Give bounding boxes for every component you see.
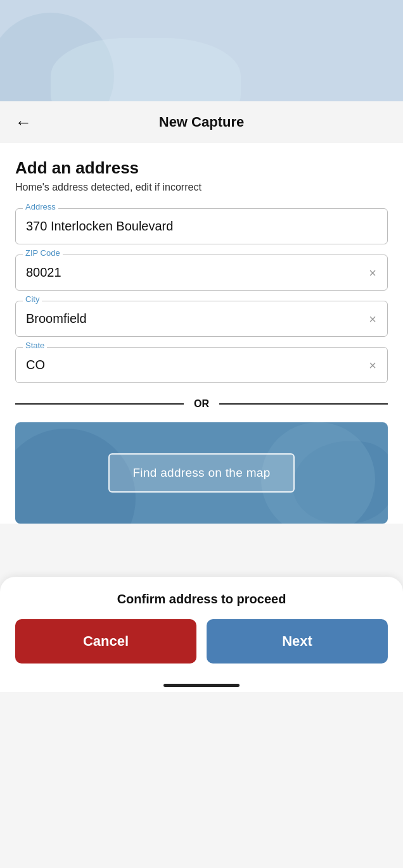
main-content: Add an address Home's address detected, … xyxy=(0,143,403,524)
find-address-on-map-button[interactable]: Find address on the map xyxy=(108,453,294,493)
or-line-left xyxy=(15,403,184,405)
address-input-container xyxy=(15,208,388,244)
map-blob xyxy=(293,441,388,524)
city-label: City xyxy=(23,294,42,304)
top-map-background xyxy=(0,0,403,101)
zip-input-container xyxy=(15,255,388,291)
section-title: Add an address xyxy=(15,158,388,178)
or-text: OR xyxy=(184,398,219,410)
cancel-button[interactable]: Cancel xyxy=(15,619,196,664)
section-subtitle: Home's address detected, edit if incorre… xyxy=(15,182,388,193)
city-input[interactable] xyxy=(26,311,357,326)
next-button[interactable]: Next xyxy=(207,619,388,664)
address-field-wrapper: Address xyxy=(15,208,388,244)
address-label: Address xyxy=(23,202,58,211)
bottom-confirmation-area: Confirm address to proceed Cancel Next xyxy=(0,577,403,674)
home-indicator-bar xyxy=(163,684,240,687)
state-clear-button[interactable]: × xyxy=(366,356,379,374)
or-divider: OR xyxy=(15,398,388,410)
state-input[interactable] xyxy=(26,358,357,372)
city-field-wrapper: City × xyxy=(15,301,388,337)
map-area: Find address on the map xyxy=(15,422,388,524)
zip-clear-button[interactable]: × xyxy=(366,264,379,282)
home-indicator-area xyxy=(0,674,403,692)
zip-field-wrapper: ZIP Code × xyxy=(15,255,388,291)
spacer xyxy=(0,536,403,562)
address-input[interactable] xyxy=(26,219,357,234)
or-line-right xyxy=(219,403,388,405)
action-buttons: Cancel Next xyxy=(15,619,388,664)
city-input-container xyxy=(15,301,388,337)
zip-label: ZIP Code xyxy=(23,248,63,258)
back-button[interactable]: ← xyxy=(15,114,32,130)
state-label: State xyxy=(23,341,47,350)
confirm-text: Confirm address to proceed xyxy=(15,592,388,607)
city-clear-button[interactable]: × xyxy=(366,310,379,328)
zip-input[interactable] xyxy=(26,265,357,280)
page-title: New Capture xyxy=(159,114,244,130)
state-field-wrapper: State × xyxy=(15,347,388,383)
header: ← New Capture xyxy=(0,101,403,143)
state-input-container xyxy=(15,347,388,383)
